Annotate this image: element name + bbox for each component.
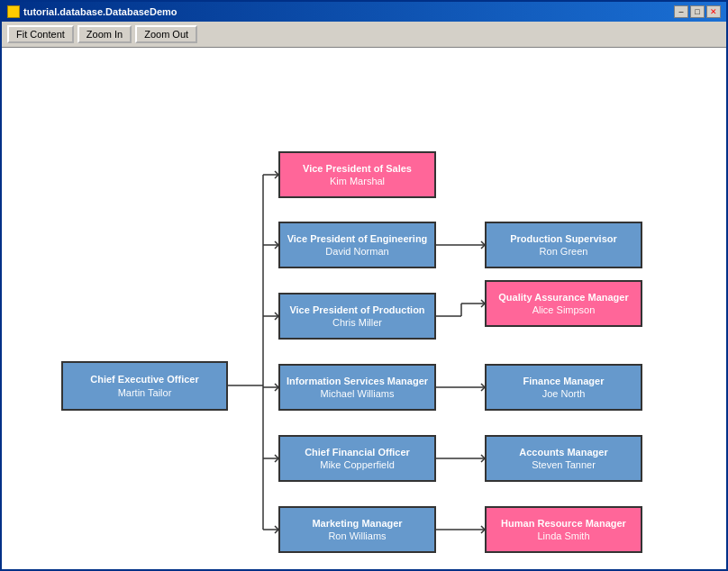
vp-eng-node[interactable]: Vice President of Engineering David Norm… [278, 222, 436, 268]
vp-prod-node[interactable]: Vice President of Production Chris Mille… [278, 293, 436, 340]
fin-mgr-subtitle: Joe North [542, 387, 586, 400]
cfo-subtitle: Mike Copperfield [320, 458, 395, 471]
prod-sup-node[interactable]: Production Supervisor Ron Green [485, 222, 642, 268]
vp-eng-title: Vice President of Engineering [287, 232, 428, 245]
acc-mgr-title: Accounts Manager [519, 446, 607, 458]
vp-eng-subtitle: David Norman [325, 245, 388, 258]
zoom-in-button[interactable]: Zoom In [77, 25, 132, 43]
info-svc-subtitle: Michael Williams [321, 387, 395, 400]
app-icon [7, 5, 20, 18]
qa-mgr-node[interactable]: Quality Assurance Manager Alice Simpson [485, 280, 642, 327]
vp-sales-title: Vice President of Sales [303, 162, 412, 175]
hr-mgr-subtitle: Linda Smith [537, 530, 589, 542]
vp-sales-node[interactable]: Vice President of Sales Kim Marshal [278, 151, 436, 198]
window-title: tutorial.database.DatabaseDemo [23, 6, 177, 17]
mkt-mgr-node[interactable]: Marketing Manager Ron Williams [278, 506, 436, 553]
fit-content-button[interactable]: Fit Content [7, 25, 74, 43]
info-svc-title: Information Services Manager [287, 375, 428, 387]
cfo-title: Chief Financial Officer [305, 446, 410, 458]
prod-sup-title: Production Supervisor [510, 232, 617, 245]
fin-mgr-node[interactable]: Finance Manager Joe North [485, 364, 642, 411]
toolbar: Fit Content Zoom In Zoom Out [2, 22, 726, 48]
acc-mgr-subtitle: Steven Tanner [532, 458, 596, 471]
fin-mgr-title: Finance Manager [523, 375, 605, 387]
close-button[interactable]: ✕ [706, 5, 721, 18]
title-bar-left: tutorial.database.DatabaseDemo [7, 5, 177, 18]
title-bar: tutorial.database.DatabaseDemo – □ ✕ [2, 2, 726, 22]
mkt-mgr-subtitle: Ron Williams [328, 530, 386, 542]
acc-mgr-node[interactable]: Accounts Manager Steven Tanner [485, 435, 642, 482]
vp-prod-title: Vice President of Production [289, 304, 424, 316]
qa-mgr-subtitle: Alice Simpson [532, 304, 596, 316]
cfo-node[interactable]: Chief Financial Officer Mike Copperfield [278, 435, 436, 482]
maximize-button[interactable]: □ [690, 5, 705, 18]
zoom-out-button[interactable]: Zoom Out [135, 25, 197, 43]
window-controls: – □ ✕ [674, 5, 721, 18]
vp-sales-subtitle: Kim Marshal [330, 175, 385, 187]
mkt-mgr-title: Marketing Manager [312, 517, 402, 530]
ceo-subtitle: Martin Tailor [118, 386, 172, 399]
prod-sup-subtitle: Ron Green [540, 245, 588, 258]
hr-mgr-node[interactable]: Human Resource Manager Linda Smith [485, 506, 642, 553]
hr-mgr-title: Human Resource Manager [501, 517, 626, 530]
ceo-node[interactable]: Chief Executive Officer Martin Tailor [61, 361, 228, 411]
minimize-button[interactable]: – [674, 5, 688, 18]
org-chart-canvas: Chief Executive Officer Martin Tailor Vi… [2, 48, 726, 569]
app-window: tutorial.database.DatabaseDemo – □ ✕ Fit… [0, 0, 728, 571]
info-svc-node[interactable]: Information Services Manager Michael Wil… [278, 364, 436, 411]
vp-prod-subtitle: Chris Miller [332, 316, 382, 329]
qa-mgr-title: Quality Assurance Manager [498, 291, 628, 304]
ceo-title: Chief Executive Officer [90, 373, 198, 385]
